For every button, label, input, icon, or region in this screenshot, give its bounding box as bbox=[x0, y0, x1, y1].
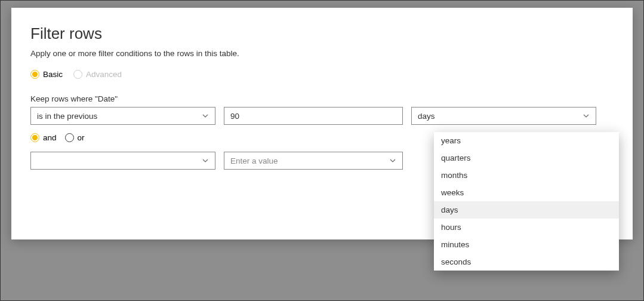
value-input-1[interactable] bbox=[230, 112, 396, 121]
mode-advanced-radio[interactable]: Advanced bbox=[73, 70, 122, 79]
mode-radio-group: Basic Advanced bbox=[30, 70, 614, 79]
unit-dropdown-panel: yearsquartersmonthsweeksdayshoursminutes… bbox=[434, 132, 619, 271]
dialog-subtitle: Apply one or more filter conditions to t… bbox=[30, 49, 614, 58]
condition-select-2[interactable] bbox=[30, 152, 215, 170]
radio-dot-icon bbox=[30, 133, 39, 142]
unit-option-months[interactable]: months bbox=[434, 167, 619, 184]
logic-or-radio[interactable]: or bbox=[65, 133, 85, 142]
keep-rows-label: Keep rows where "Date" bbox=[30, 94, 614, 103]
unit-select-1-value: days bbox=[418, 112, 435, 121]
unit-select-1[interactable]: days bbox=[411, 107, 596, 125]
chevron-down-icon bbox=[202, 112, 209, 119]
value-input-1-wrapper bbox=[224, 107, 403, 125]
unit-option-days[interactable]: days bbox=[434, 201, 619, 219]
mode-basic-label: Basic bbox=[43, 70, 63, 79]
value-input-2-wrapper[interactable] bbox=[224, 152, 403, 170]
radio-dot-icon bbox=[73, 70, 82, 79]
mode-basic-radio[interactable]: Basic bbox=[30, 70, 63, 79]
unit-option-seconds[interactable]: seconds bbox=[434, 253, 619, 271]
chevron-down-icon bbox=[389, 157, 396, 164]
value-input-2[interactable] bbox=[230, 156, 389, 165]
mode-advanced-label: Advanced bbox=[86, 70, 122, 79]
condition-select-1[interactable]: is in the previous bbox=[30, 107, 215, 125]
logic-and-label: and bbox=[43, 133, 57, 142]
radio-dot-icon bbox=[30, 70, 39, 79]
filter-row-1: is in the previous days bbox=[30, 107, 614, 125]
radio-dot-icon bbox=[65, 133, 74, 142]
chevron-down-icon bbox=[583, 112, 590, 119]
condition-select-1-value: is in the previous bbox=[37, 112, 97, 121]
unit-option-minutes[interactable]: minutes bbox=[434, 236, 619, 253]
unit-option-years[interactable]: years bbox=[434, 132, 619, 149]
chevron-down-icon bbox=[202, 157, 209, 164]
dialog-title: Filter rows bbox=[30, 24, 614, 43]
unit-option-hours[interactable]: hours bbox=[434, 219, 619, 236]
logic-and-radio[interactable]: and bbox=[30, 133, 57, 142]
unit-option-quarters[interactable]: quarters bbox=[434, 149, 619, 167]
unit-option-weeks[interactable]: weeks bbox=[434, 184, 619, 201]
logic-or-label: or bbox=[78, 133, 85, 142]
